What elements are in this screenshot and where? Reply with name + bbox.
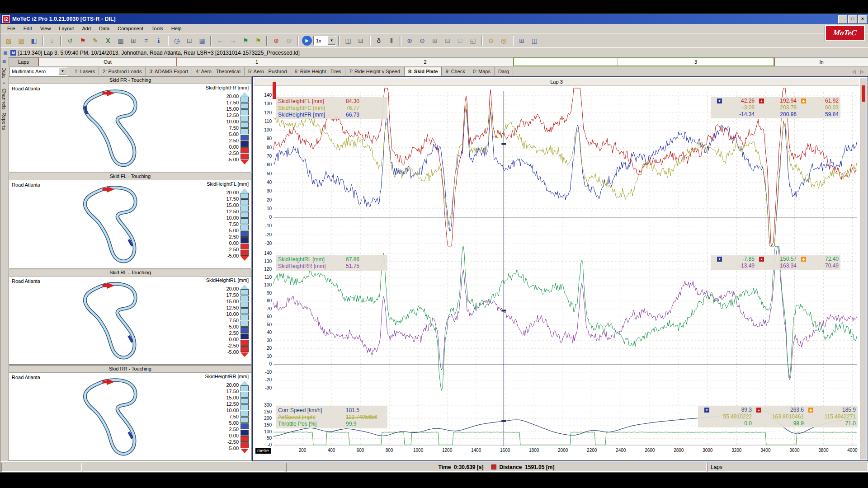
lap-segment-1[interactable]: 1 bbox=[176, 57, 337, 66]
track-map[interactable] bbox=[39, 374, 175, 460]
lap-segment-out[interactable]: Out bbox=[38, 57, 176, 66]
delta-icon[interactable]: δ bbox=[373, 35, 385, 47]
tab-2-pushrod-loads[interactable]: 2: Pushrod Loads bbox=[99, 67, 146, 75]
scale-tick-label: 15.00 bbox=[213, 202, 239, 208]
pause-icon[interactable]: ‖ bbox=[386, 35, 397, 47]
chevron-down-icon[interactable]: ▼ bbox=[59, 68, 66, 75]
tab-3-adams-export[interactable]: 3: ADAMS Export bbox=[146, 67, 192, 75]
x-axis-tick-label: 2800 bbox=[669, 448, 689, 453]
track-mode-icon[interactable]: ◎ bbox=[498, 35, 509, 47]
track-map[interactable] bbox=[39, 277, 175, 364]
menu-component[interactable]: Component bbox=[113, 25, 147, 32]
stack-icon[interactable]: ⊟ bbox=[355, 35, 367, 47]
sync-icon[interactable]: ↺ bbox=[64, 35, 76, 47]
chevron-down-icon[interactable]: ▼ bbox=[328, 37, 335, 45]
grid-report-icon[interactable]: ⊞ bbox=[516, 35, 528, 47]
side-tab-channels[interactable]: Channels bbox=[1, 89, 7, 109]
add-flag-icon[interactable]: ⚑ bbox=[252, 35, 264, 47]
report-icon[interactable]: ≡ bbox=[140, 35, 152, 47]
tab-7-ride-height-v-speed[interactable]: 7: Ride Height v Speed bbox=[345, 67, 404, 75]
legend-row[interactable]: Throttle Pos [%]99.9 bbox=[278, 421, 385, 427]
tab-darg[interactable]: Darg bbox=[495, 67, 513, 75]
menu-tools[interactable]: Tools bbox=[147, 25, 167, 32]
edit-details-icon[interactable]: ✎ bbox=[90, 35, 101, 47]
cursor-mode-icon[interactable]: ⊙ bbox=[485, 35, 497, 47]
menu-help[interactable]: Help bbox=[167, 25, 186, 32]
menu-edit[interactable]: Edit bbox=[19, 25, 36, 32]
tab-scroll-arrows[interactable]: ◁ ▷ bbox=[852, 69, 868, 74]
play-icon[interactable]: ▶ bbox=[302, 36, 312, 46]
zoom-x-icon[interactable]: ⊞ bbox=[429, 35, 441, 47]
y-axis-tick-label: 70 bbox=[254, 154, 272, 159]
side-tab-reports[interactable]: Reports bbox=[1, 113, 7, 130]
track-map[interactable] bbox=[39, 85, 175, 172]
overlay-icon[interactable]: ⊡ bbox=[184, 35, 195, 47]
show-flags-icon[interactable]: ⚑ bbox=[240, 35, 251, 47]
time-distance-icon[interactable]: ◷ bbox=[171, 35, 183, 47]
swap-icon[interactable]: ◫ bbox=[342, 35, 354, 47]
lap-sub-segment[interactable] bbox=[514, 58, 618, 66]
minimize-button[interactable]: _ bbox=[838, 15, 847, 23]
maths-icon[interactable]: ⊞ bbox=[127, 35, 139, 47]
layout-select[interactable]: Multimatic Aero▼ bbox=[9, 67, 67, 76]
info-icon[interactable]: ℹ bbox=[153, 35, 165, 47]
next-lap-icon[interactable]: → bbox=[227, 35, 239, 47]
legend-row[interactable]: SkidHeightFL [mm]84.30 bbox=[278, 98, 385, 105]
open-file-icon[interactable]: ▨ bbox=[15, 35, 27, 47]
list-icon[interactable]: ≡ bbox=[1, 80, 7, 86]
zoom-previous-icon[interactable]: ◱ bbox=[467, 35, 479, 47]
excel-export-icon[interactable]: X bbox=[102, 35, 114, 47]
tab-6-ride-height-tires[interactable]: 6: Ride Height - Tires bbox=[291, 67, 345, 75]
menu-add[interactable]: Add bbox=[78, 25, 95, 32]
menu-file[interactable]: File bbox=[3, 25, 19, 32]
legend-row[interactable]: Corr Speed [km/h]181.5 bbox=[278, 407, 385, 414]
menu-layout[interactable]: Layout bbox=[55, 25, 78, 32]
track-map[interactable] bbox=[39, 181, 175, 268]
save-icon[interactable]: ◧ bbox=[28, 35, 40, 47]
tab-0-maps[interactable]: 0: Maps bbox=[469, 67, 495, 75]
open-worksheet-icon[interactable]: ▧ bbox=[3, 35, 14, 47]
legend-row[interactable]: SkidHeightRR [mm]51.75 bbox=[278, 263, 385, 270]
flag-icon[interactable]: ⚑ bbox=[77, 35, 89, 47]
lap-sub-segment[interactable]: 3 bbox=[618, 58, 774, 66]
zoom-window-icon[interactable]: □ bbox=[454, 35, 466, 47]
compare-icon[interactable]: ◫ bbox=[528, 35, 540, 47]
table-icon[interactable]: ▦ bbox=[1, 59, 7, 65]
close-button[interactable]: × bbox=[858, 15, 867, 23]
playback-speed-select[interactable]: 1x▼ bbox=[313, 36, 336, 46]
import-icon[interactable]: ↓ bbox=[46, 35, 58, 47]
tab-9-check[interactable]: 9: Check bbox=[442, 67, 469, 75]
tab-1-lasers[interactable]: 1: Lasers bbox=[71, 67, 99, 75]
scale-tick-label: 0.00 bbox=[213, 240, 239, 246]
legend-row[interactable]: AirSpeed [mph]112.7495656 bbox=[278, 414, 385, 421]
y-axis-tick-label: 250 bbox=[254, 409, 272, 414]
laps-bar: Laps Out123In bbox=[9, 57, 868, 66]
stats-value: 200.96 bbox=[765, 111, 797, 118]
zoom-out-icon[interactable]: ⊖ bbox=[416, 35, 428, 47]
lap-segment-3[interactable]: 3 bbox=[513, 57, 774, 66]
prev-lap-icon[interactable]: ← bbox=[214, 35, 226, 47]
legend-row[interactable]: SkidHeightFR [mm]66.73 bbox=[278, 112, 385, 118]
zoom-y-icon[interactable]: ⊟ bbox=[442, 35, 453, 47]
track-location-label: Road Atlanta bbox=[12, 86, 40, 91]
values-icon[interactable]: ▦ bbox=[196, 35, 208, 47]
lap-segment-2[interactable]: 2 bbox=[337, 57, 513, 66]
tab-8-skid-plate[interactable]: 8: Skid Plate bbox=[404, 67, 442, 76]
legend-row[interactable]: SkidHeightRL [mm]67.86 bbox=[278, 256, 385, 263]
side-tab-data[interactable]: Data bbox=[1, 67, 7, 78]
add-overlay-lap-icon[interactable]: ⊕ bbox=[270, 35, 282, 47]
video-icon[interactable]: ▥ bbox=[115, 35, 127, 47]
chart-area[interactable]: Lap 3 1401301201101009080706050403020100… bbox=[252, 76, 868, 461]
tab-5-aero-pushrod[interactable]: 5: Aero - Pushrod bbox=[245, 67, 291, 75]
menu-view[interactable]: View bbox=[36, 25, 55, 32]
x-axis-tick-label: 2400 bbox=[611, 448, 631, 453]
y-axis-tick-label: 80 bbox=[254, 298, 272, 303]
tab-4-aero-theoretical[interactable]: 4: Aero - Theoretical bbox=[192, 67, 245, 75]
zoom-in-icon[interactable]: ⊕ bbox=[404, 35, 415, 47]
remove-overlay-lap-icon[interactable]: ⊖ bbox=[283, 35, 295, 47]
restore-button[interactable]: □ bbox=[848, 15, 857, 23]
lap-segment-in[interactable]: In bbox=[774, 57, 868, 66]
menu-data[interactable]: Data bbox=[95, 25, 113, 32]
laps-bar-label: Laps bbox=[9, 57, 38, 66]
legend-row[interactable]: SkidHeightFC [mm]76.77 bbox=[278, 105, 385, 112]
